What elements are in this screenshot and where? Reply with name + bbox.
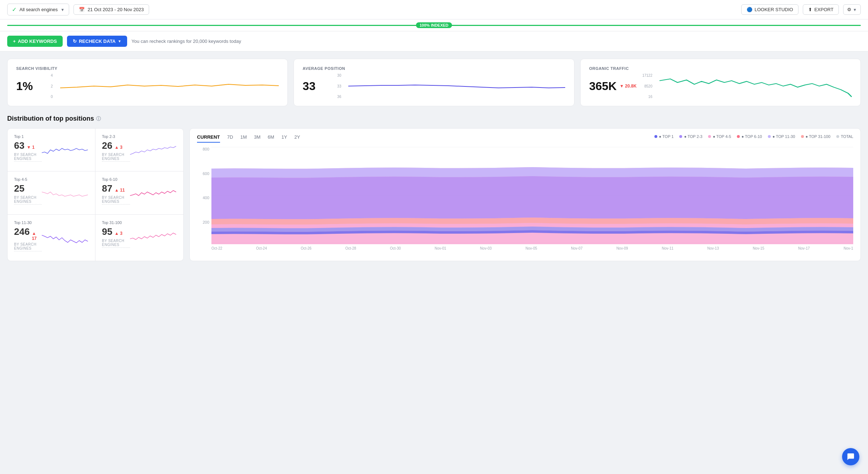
looker-studio-button[interactable]: 🔵 LOOKER STUDIO — [741, 4, 798, 15]
top11-30-chart — [42, 230, 89, 248]
chart-legend: ● TOP 1 ● TOP 2-3 ● TOP 4-5 ● TOP 6-10 — [654, 134, 853, 139]
legend-top6-10-dot — [737, 135, 740, 138]
top11-30-change: ▲ 17 — [32, 231, 42, 241]
legend-top2-3: ● TOP 2-3 — [679, 134, 702, 139]
tab-1m[interactable]: 1M — [240, 134, 247, 143]
legend-top31-100: ● TOP 31-100 — [801, 134, 831, 139]
search-visibility-card: SEARCH VISIBILITY 1% 4 2 0 — [7, 59, 288, 106]
search-visibility-chart — [60, 73, 279, 99]
organic-traffic-card: ORGANIC TRAFFIC 365K ▼ 20.8K 17122 8520 … — [580, 59, 861, 106]
search-engine-label: All search engines — [19, 7, 58, 12]
top31-100-card: Top 31-100 95 ▲ 3 BY SEARCH ENGINES — [95, 215, 183, 261]
top1-sub: BY SEARCH ENGINES — [14, 153, 42, 162]
mini-cards-grid: Top 1 63 ▼ 1 BY SEARCH ENGINES — [7, 128, 184, 261]
gear-icon: ⚙ — [847, 7, 851, 12]
recheck-chevron-icon: ▼ — [118, 39, 121, 43]
top31-100-inner: 95 ▲ 3 BY SEARCH ENGINES — [102, 226, 177, 248]
legend-total-dot — [836, 135, 839, 138]
top6-10-inner: 87 ▲ 11 BY SEARCH ENGINES — [102, 183, 177, 205]
legend-top1-dot — [654, 135, 657, 138]
top31-100-value: 95 — [102, 226, 112, 237]
top1-label: Top 1 — [14, 134, 89, 139]
legend-top31-100-dot — [801, 135, 804, 138]
export-button[interactable]: ⬆ EXPORT — [803, 4, 839, 15]
add-keywords-button[interactable]: + ADD KEYWORDS — [7, 36, 63, 47]
search-engine-selector[interactable]: ✓ All search engines ▼ — [7, 4, 69, 15]
top2-3-data: 26 ▲ 3 BY SEARCH ENGINES — [102, 140, 130, 162]
recheck-info-text: You can recheck rankings for 20,000 keyw… — [131, 39, 241, 44]
top11-30-value: 246 — [14, 226, 30, 237]
top2-3-sub: BY SEARCH ENGINES — [102, 153, 130, 162]
top2-3-change: ▲ 3 — [115, 145, 122, 150]
top4-5-value: 25 — [14, 183, 24, 194]
settings-button[interactable]: ⚙ ▼ — [843, 4, 861, 15]
top4-5-label: Top 4-5 — [14, 177, 89, 182]
top11-30-sub: BY SEARCH ENGINES — [14, 242, 42, 251]
legend-top11-30: ● TOP 11-30 — [768, 134, 795, 139]
tab-current[interactable]: CURRENT — [197, 134, 220, 143]
organic-traffic-chart — [659, 73, 852, 99]
avg-position-text: 33 — [303, 80, 331, 93]
search-visibility-y-axis: 4 2 0 — [51, 73, 54, 99]
top1-card: Top 1 63 ▼ 1 BY SEARCH ENGINES — [8, 129, 95, 171]
tab-3m[interactable]: 3M — [254, 134, 260, 143]
legend-total-label: TOTAL — [841, 134, 853, 139]
organic-traffic-inner: 365K ▼ 20.8K 17122 8520 16 — [589, 73, 852, 99]
looker-label: LOOKER STUDIO — [755, 7, 793, 12]
organic-traffic-y-axis: 17122 8520 16 — [642, 73, 654, 99]
chevron-down-icon: ▼ — [61, 8, 64, 12]
top31-100-change: ▲ 3 — [115, 231, 122, 236]
looker-icon: 🔵 — [747, 7, 752, 12]
top6-10-label: Top 6-10 — [102, 177, 177, 182]
top6-10-card: Top 6-10 87 ▲ 11 BY SEARCH ENGINES — [95, 171, 183, 214]
search-visibility-inner: 1% 4 2 0 — [16, 73, 279, 99]
top11-30-inner: 246 ▲ 17 BY SEARCH ENGINES — [14, 226, 89, 251]
top1-value-row: 63 ▼ 1 — [14, 140, 42, 151]
legend-top11-30-label: ● TOP 11-30 — [773, 134, 795, 139]
legend-top6-10: ● TOP 6-10 — [737, 134, 762, 139]
top1-chart — [42, 142, 89, 160]
refresh-icon: ↻ — [73, 39, 77, 44]
top4-5-value-row: 25 — [14, 183, 42, 194]
top1-inner: 63 ▼ 1 BY SEARCH ENGINES — [14, 140, 89, 162]
avg-position-card: AVERAGE POSITION 33 30 33 36 — [294, 59, 574, 106]
legend-top2-3-dot — [679, 135, 682, 138]
top31-100-value-row: 95 ▲ 3 — [102, 226, 130, 237]
organic-traffic-value: 365K — [589, 80, 617, 93]
main-content: SEARCH VISIBILITY 1% 4 2 0 AVERAGE — [0, 52, 868, 268]
recheck-label: RECHECK DATA — [79, 39, 116, 44]
top31-100-data: 95 ▲ 3 BY SEARCH ENGINES — [102, 226, 130, 248]
chart-y-labels: 800 600 400 200 — [197, 147, 211, 244]
top2-3-value: 26 — [102, 140, 112, 151]
top4-5-data: 25 BY SEARCH ENGINES — [14, 183, 42, 205]
organic-traffic-value-row: 365K ▼ 20.8K — [589, 80, 637, 93]
tab-7d[interactable]: 7D — [227, 134, 233, 143]
top2-3-chart — [130, 142, 177, 160]
tab-2y[interactable]: 2Y — [294, 134, 300, 143]
tab-6m[interactable]: 6M — [268, 134, 274, 143]
info-icon[interactable]: ⓘ — [96, 116, 101, 122]
checkmark-icon: ✓ — [12, 6, 17, 13]
legend-top31-100-label: ● TOP 31-100 — [806, 134, 831, 139]
organic-traffic-text: 365K ▼ 20.8K — [589, 80, 637, 93]
distribution-layout: Top 1 63 ▼ 1 BY SEARCH ENGINES — [7, 128, 861, 261]
legend-top11-30-dot — [768, 135, 771, 138]
avg-position-value: 33 — [303, 80, 331, 93]
export-icon: ⬆ — [808, 7, 812, 12]
top6-10-sub: BY SEARCH ENGINES — [102, 196, 130, 205]
legend-top1: ● TOP 1 — [654, 134, 674, 139]
top6-10-chart — [130, 185, 177, 203]
tab-1y[interactable]: 1Y — [281, 134, 287, 143]
recheck-data-button[interactable]: ↻ RECHECK DATA ▼ — [67, 36, 127, 47]
indexed-badge: 100% INDEXED — [416, 22, 452, 28]
date-range-selector[interactable]: 📅 21 Oct 2023 - 20 Nov 2023 — [73, 4, 149, 15]
top6-10-value: 87 — [102, 183, 112, 194]
top4-5-chart — [42, 185, 89, 203]
top1-change: ▼ 1 — [27, 145, 35, 150]
top6-10-value-row: 87 ▲ 11 — [102, 183, 130, 194]
settings-chevron-icon: ▼ — [853, 8, 857, 12]
chart-svg-wrapper — [211, 147, 853, 244]
top6-10-data: 87 ▲ 11 BY SEARCH ENGINES — [102, 183, 130, 205]
date-range-label: 21 Oct 2023 - 20 Nov 2023 — [88, 7, 144, 12]
progress-bar-container: 100% INDEXED — [7, 22, 861, 29]
